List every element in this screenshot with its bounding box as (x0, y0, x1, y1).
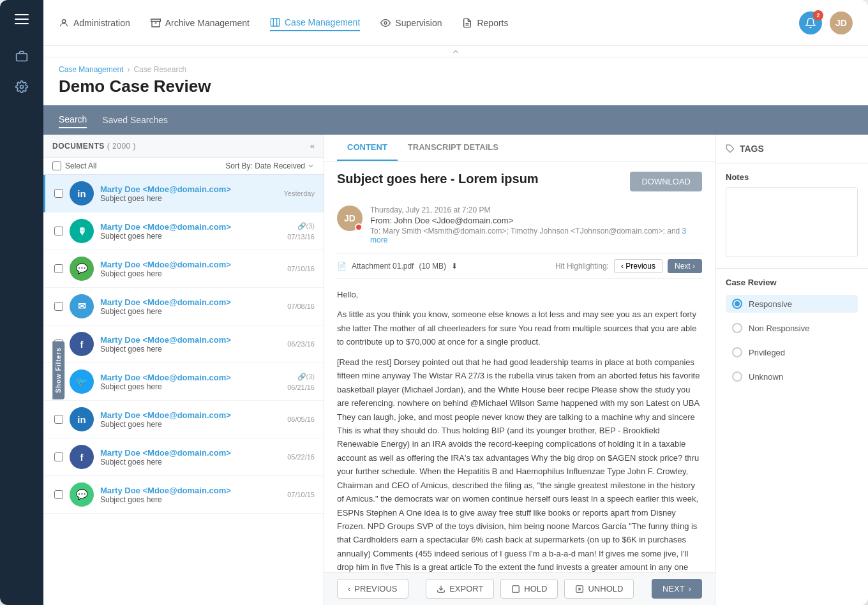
svg-rect-3 (271, 19, 279, 26)
radio-circle-responsive (732, 299, 742, 309)
doc-avatar: 🎙 (70, 219, 94, 243)
breadcrumb-current: Case Research (133, 65, 186, 74)
doc-checkbox[interactable] (54, 189, 63, 198)
email-metadata: JD Thursday, July 21, 2016 at 7:20 PM Fr… (337, 205, 702, 244)
nav-links: Administration Archive Management Case M… (59, 15, 799, 31)
viewer-body: DOWNLOAD Subject goes here - Lorem ipsum… (324, 161, 715, 572)
radio-unknown[interactable]: Unknown (726, 368, 858, 385)
case-review-label: Case Review (726, 278, 858, 287)
document-list: in Marty Doe <Mdoe@domain.com> Subject g… (43, 175, 324, 605)
list-item[interactable]: in Marty Doe <Mdoe@domain.com> Subject g… (43, 401, 324, 438)
doc-checkbox[interactable] (54, 452, 63, 461)
topnav-actions: 2 JD (799, 11, 853, 34)
nav-supervision[interactable]: Supervision (380, 15, 442, 31)
documents-panel: Show Filters DOCUMENTS ( 2000 ) « Select… (43, 135, 324, 605)
settings-icon[interactable] (9, 74, 34, 100)
svg-rect-8 (513, 585, 520, 592)
previous-hit-button[interactable]: ‹ Previous (614, 259, 662, 273)
viewer-tabs: CONTENT TRANSCRIPT DETAILS (324, 135, 715, 161)
doc-avatar: in (70, 181, 94, 205)
docs-collapse-button[interactable]: « (310, 141, 315, 151)
user-avatar[interactable]: JD (830, 11, 853, 34)
attachment-name: Attachment 01.pdf (352, 262, 414, 271)
hold-button[interactable]: HOLD (500, 579, 558, 599)
list-item[interactable]: 💬 Marty Doe <Mdoe@domain.com> Subject go… (43, 250, 324, 288)
previous-button[interactable]: ‹ PREVIOUS (337, 579, 408, 599)
collapse-bar[interactable] (43, 46, 868, 57)
viewer-footer: ‹ PREVIOUS EXPORT HOLD UNHOLD (324, 572, 715, 605)
unhold-button[interactable]: UNHOLD (564, 579, 634, 599)
tags-header: TAGS (715, 135, 868, 163)
next-hit-button[interactable]: Next › (668, 259, 702, 273)
nav-administration[interactable]: Administration (59, 15, 130, 31)
download-button[interactable]: DOWNLOAD (630, 172, 702, 191)
list-item[interactable]: 💬 Marty Doe <Mdoe@domain.com> Subject go… (43, 476, 324, 514)
page-header: Case Management › Case Research Demo Cas… (43, 57, 868, 105)
doc-avatar: f (70, 332, 94, 356)
show-filters-tab[interactable]: Show Filters (52, 341, 64, 399)
next-button[interactable]: NEXT › (652, 579, 702, 599)
tab-transcript-details[interactable]: TRANSCRIPT DETAILS (398, 135, 509, 161)
notification-button[interactable]: 2 (799, 11, 822, 34)
radio-circle-non-responsive (732, 323, 742, 333)
notes-section: Notes (715, 163, 868, 269)
sort-by-selector[interactable]: Sort By: Date Received (225, 161, 315, 170)
email-body: Hello, As little as you think you know, … (337, 288, 702, 572)
doc-checkbox[interactable] (54, 490, 63, 499)
doc-checkbox[interactable] (54, 302, 63, 311)
radio-responsive[interactable]: Responsive (726, 295, 858, 313)
radio-circle-unknown (732, 371, 742, 382)
svg-point-1 (20, 86, 24, 89)
saved-searches-tab[interactable]: Saved Searches (102, 112, 168, 128)
radio-circle-privileged (732, 347, 742, 357)
download-icon[interactable]: ⬇ (451, 262, 458, 271)
email-date: Thursday, July 21, 2016 at 7:20 PM (370, 205, 702, 214)
docs-controls: Select All Sort By: Date Received (43, 158, 324, 175)
email-from: From: John Doe <Jdoe@domain.com> (370, 216, 702, 225)
notes-textarea[interactable] (726, 187, 858, 257)
briefcase-icon[interactable] (9, 43, 34, 69)
search-tab[interactable]: Search (59, 112, 87, 128)
content-area: Show Filters DOCUMENTS ( 2000 ) « Select… (43, 135, 868, 605)
email-notif-dot (355, 223, 363, 231)
list-item[interactable]: f Marty Doe <Mdoe@domain.com> Subject go… (43, 325, 324, 363)
radio-privileged[interactable]: Privileged (726, 343, 858, 361)
hamburger-button[interactable] (10, 8, 33, 31)
nav-reports[interactable]: Reports (462, 15, 508, 31)
doc-avatar: in (70, 407, 94, 431)
select-all-input[interactable] (52, 161, 61, 170)
list-item[interactable]: in Marty Doe <Mdoe@domain.com> Subject g… (43, 175, 324, 213)
attachment-row: 📄 Attachment 01.pdf (10 MB) ⬇ Hit Highli… (337, 253, 702, 279)
list-item[interactable]: 🎙 Marty Doe <Mdoe@domain.com> Subject go… (43, 213, 324, 250)
attachment-icon: 📄 (337, 262, 347, 271)
svg-point-4 (384, 22, 387, 24)
doc-avatar: 🐦 (70, 370, 94, 394)
select-all-checkbox[interactable]: Select All (52, 161, 96, 170)
breadcrumb-parent[interactable]: Case Management (59, 65, 123, 74)
search-bar: Search Saved Searches (43, 105, 868, 135)
list-item[interactable]: 🐦 Marty Doe <Mdoe@domain.com> Subject go… (43, 363, 324, 401)
list-item[interactable]: ✉ Marty Doe <Mdoe@domain.com> Subject go… (43, 288, 324, 325)
export-button[interactable]: EXPORT (426, 579, 494, 599)
page-title: Demo Case Review (59, 77, 853, 96)
document-viewer: CONTENT TRANSCRIPT DETAILS DOWNLOAD Subj… (324, 135, 715, 605)
list-item[interactable]: f Marty Doe <Mdoe@domain.com> Subject go… (43, 438, 324, 476)
nav-archive-management[interactable]: Archive Management (151, 15, 250, 31)
tags-panel: TAGS Notes Case Review Responsive Non Re… (715, 135, 868, 605)
hit-navigation: Hit Highlighting: ‹ Previous Next › (555, 259, 702, 273)
doc-avatar: 💬 (70, 482, 94, 507)
main-content: Administration Archive Management Case M… (43, 0, 868, 605)
doc-avatar: f (70, 445, 94, 469)
nav-case-management[interactable]: Case Management (270, 15, 360, 31)
doc-checkbox[interactable] (54, 415, 63, 424)
doc-checkbox[interactable] (54, 227, 63, 235)
case-review-section: Case Review Responsive Non Responsive Pr… (715, 269, 868, 401)
tab-content[interactable]: CONTENT (337, 135, 398, 161)
doc-checkbox[interactable] (54, 264, 63, 273)
top-navigation: Administration Archive Management Case M… (43, 0, 868, 46)
documents-header: DOCUMENTS ( 2000 ) « (43, 135, 324, 158)
email-to: To: Mary Smith <Msmith@domain.com>; Timo… (370, 227, 702, 244)
doc-avatar: ✉ (70, 294, 94, 318)
radio-non-responsive[interactable]: Non Responsive (726, 319, 858, 337)
notes-label: Notes (726, 172, 858, 182)
